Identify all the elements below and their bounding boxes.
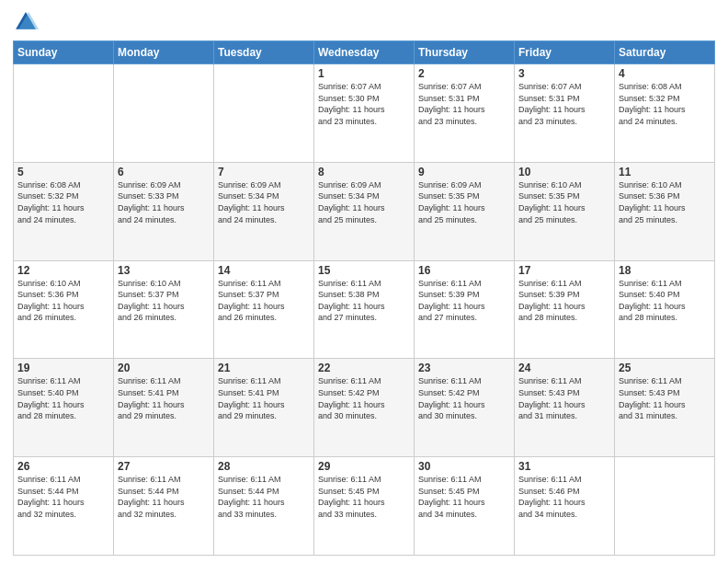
day-number: 29: [318, 460, 410, 473]
day-info: Sunrise: 6:10 AM Sunset: 5:35 PM Dayligh…: [518, 179, 610, 225]
calendar-cell: 13Sunrise: 6:10 AM Sunset: 5:37 PM Dayli…: [114, 260, 214, 359]
calendar-cell: 26Sunrise: 6:11 AM Sunset: 5:44 PM Dayli…: [14, 457, 114, 556]
calendar-cell: 4Sunrise: 6:08 AM Sunset: 5:32 PM Daylig…: [615, 64, 715, 163]
calendar-cell: [615, 457, 715, 556]
day-number: 16: [418, 264, 510, 277]
day-info: Sunrise: 6:11 AM Sunset: 5:43 PM Dayligh…: [518, 375, 610, 421]
calendar-week-row: 19Sunrise: 6:11 AM Sunset: 5:40 PM Dayli…: [14, 359, 715, 457]
calendar-cell: 10Sunrise: 6:10 AM Sunset: 5:35 PM Dayli…: [515, 162, 615, 260]
day-info: Sunrise: 6:11 AM Sunset: 5:44 PM Dayligh…: [118, 474, 210, 520]
day-number: 2: [418, 67, 510, 80]
day-info: Sunrise: 6:11 AM Sunset: 5:44 PM Dayligh…: [218, 474, 310, 520]
day-info: Sunrise: 6:09 AM Sunset: 5:34 PM Dayligh…: [318, 179, 410, 225]
day-info: Sunrise: 6:11 AM Sunset: 5:39 PM Dayligh…: [418, 278, 510, 324]
day-number: 13: [118, 264, 210, 277]
day-info: Sunrise: 6:11 AM Sunset: 5:41 PM Dayligh…: [118, 375, 210, 421]
day-number: 19: [17, 362, 109, 374]
calendar-table: SundayMondayTuesdayWednesdayThursdayFrid…: [13, 40, 715, 556]
calendar-cell: 12Sunrise: 6:10 AM Sunset: 5:36 PM Dayli…: [14, 260, 114, 359]
calendar-cell: 11Sunrise: 6:10 AM Sunset: 5:36 PM Dayli…: [615, 162, 715, 260]
day-info: Sunrise: 6:11 AM Sunset: 5:45 PM Dayligh…: [318, 474, 410, 520]
calendar-day-header: Thursday: [415, 41, 515, 64]
day-number: 15: [318, 264, 410, 277]
day-number: 12: [17, 264, 109, 277]
calendar-cell: 16Sunrise: 6:11 AM Sunset: 5:39 PM Dayli…: [415, 260, 515, 359]
calendar-week-row: 26Sunrise: 6:11 AM Sunset: 5:44 PM Dayli…: [14, 457, 715, 556]
calendar-cell: [214, 64, 314, 163]
calendar-cell: 23Sunrise: 6:11 AM Sunset: 5:42 PM Dayli…: [415, 359, 515, 457]
day-info: Sunrise: 6:11 AM Sunset: 5:46 PM Dayligh…: [518, 474, 610, 520]
day-number: 30: [418, 460, 510, 473]
day-number: 26: [17, 460, 109, 473]
day-info: Sunrise: 6:11 AM Sunset: 5:42 PM Dayligh…: [318, 375, 410, 421]
calendar-cell: 24Sunrise: 6:11 AM Sunset: 5:43 PM Dayli…: [515, 359, 615, 457]
calendar-week-row: 1Sunrise: 6:07 AM Sunset: 5:30 PM Daylig…: [14, 64, 715, 163]
day-info: Sunrise: 6:11 AM Sunset: 5:44 PM Dayligh…: [17, 474, 109, 520]
day-number: 6: [118, 166, 210, 178]
logo-icon: [13, 9, 39, 35]
calendar-cell: 28Sunrise: 6:11 AM Sunset: 5:44 PM Dayli…: [214, 457, 314, 556]
day-number: 20: [118, 362, 210, 374]
day-info: Sunrise: 6:11 AM Sunset: 5:39 PM Dayligh…: [518, 278, 610, 324]
day-info: Sunrise: 6:11 AM Sunset: 5:38 PM Dayligh…: [318, 278, 410, 324]
calendar-cell: 19Sunrise: 6:11 AM Sunset: 5:40 PM Dayli…: [14, 359, 114, 457]
calendar-cell: 9Sunrise: 6:09 AM Sunset: 5:35 PM Daylig…: [415, 162, 515, 260]
day-number: 9: [418, 166, 510, 178]
calendar-cell: 20Sunrise: 6:11 AM Sunset: 5:41 PM Dayli…: [114, 359, 214, 457]
calendar-cell: 5Sunrise: 6:08 AM Sunset: 5:32 PM Daylig…: [14, 162, 114, 260]
day-number: 1: [318, 67, 410, 80]
day-number: 31: [518, 460, 610, 473]
calendar-cell: 1Sunrise: 6:07 AM Sunset: 5:30 PM Daylig…: [314, 64, 415, 163]
calendar-cell: 2Sunrise: 6:07 AM Sunset: 5:31 PM Daylig…: [415, 64, 515, 163]
calendar-cell: 27Sunrise: 6:11 AM Sunset: 5:44 PM Dayli…: [114, 457, 214, 556]
calendar-week-row: 12Sunrise: 6:10 AM Sunset: 5:36 PM Dayli…: [14, 260, 715, 359]
day-number: 8: [318, 166, 410, 178]
header: [13, 9, 715, 35]
day-info: Sunrise: 6:11 AM Sunset: 5:45 PM Dayligh…: [418, 474, 510, 520]
day-number: 28: [218, 460, 310, 473]
calendar-cell: 7Sunrise: 6:09 AM Sunset: 5:34 PM Daylig…: [214, 162, 314, 260]
day-number: 24: [518, 362, 610, 374]
day-number: 14: [218, 264, 310, 277]
day-info: Sunrise: 6:10 AM Sunset: 5:36 PM Dayligh…: [17, 278, 109, 324]
day-info: Sunrise: 6:09 AM Sunset: 5:35 PM Dayligh…: [418, 179, 510, 225]
calendar-cell: 15Sunrise: 6:11 AM Sunset: 5:38 PM Dayli…: [314, 260, 415, 359]
day-info: Sunrise: 6:11 AM Sunset: 5:40 PM Dayligh…: [17, 375, 109, 421]
day-number: 27: [118, 460, 210, 473]
day-number: 22: [318, 362, 410, 374]
day-number: 18: [619, 264, 711, 277]
day-number: 4: [619, 67, 711, 80]
calendar-cell: [114, 64, 214, 163]
calendar-cell: 18Sunrise: 6:11 AM Sunset: 5:40 PM Dayli…: [615, 260, 715, 359]
day-number: 23: [418, 362, 510, 374]
day-info: Sunrise: 6:11 AM Sunset: 5:43 PM Dayligh…: [619, 375, 711, 421]
calendar-cell: 30Sunrise: 6:11 AM Sunset: 5:45 PM Dayli…: [415, 457, 515, 556]
page: SundayMondayTuesdayWednesdayThursdayFrid…: [0, 0, 728, 563]
day-info: Sunrise: 6:07 AM Sunset: 5:31 PM Dayligh…: [518, 81, 610, 127]
day-number: 11: [619, 166, 711, 178]
day-info: Sunrise: 6:11 AM Sunset: 5:40 PM Dayligh…: [619, 278, 711, 324]
calendar-day-header: Tuesday: [214, 41, 314, 64]
day-info: Sunrise: 6:07 AM Sunset: 5:31 PM Dayligh…: [418, 81, 510, 127]
calendar-week-row: 5Sunrise: 6:08 AM Sunset: 5:32 PM Daylig…: [14, 162, 715, 260]
day-info: Sunrise: 6:11 AM Sunset: 5:41 PM Dayligh…: [218, 375, 310, 421]
calendar-cell: 21Sunrise: 6:11 AM Sunset: 5:41 PM Dayli…: [214, 359, 314, 457]
day-info: Sunrise: 6:08 AM Sunset: 5:32 PM Dayligh…: [17, 179, 109, 225]
calendar-day-header: Friday: [515, 41, 615, 64]
day-info: Sunrise: 6:09 AM Sunset: 5:34 PM Dayligh…: [218, 179, 310, 225]
calendar-day-header: Sunday: [14, 41, 114, 64]
day-number: 25: [619, 362, 711, 374]
day-info: Sunrise: 6:07 AM Sunset: 5:30 PM Dayligh…: [318, 81, 410, 127]
day-info: Sunrise: 6:10 AM Sunset: 5:36 PM Dayligh…: [619, 179, 711, 225]
calendar-cell: 14Sunrise: 6:11 AM Sunset: 5:37 PM Dayli…: [214, 260, 314, 359]
day-number: 7: [218, 166, 310, 178]
calendar-cell: 25Sunrise: 6:11 AM Sunset: 5:43 PM Dayli…: [615, 359, 715, 457]
day-number: 17: [518, 264, 610, 277]
calendar-cell: 8Sunrise: 6:09 AM Sunset: 5:34 PM Daylig…: [314, 162, 415, 260]
logo: [13, 9, 40, 35]
calendar-cell: 22Sunrise: 6:11 AM Sunset: 5:42 PM Dayli…: [314, 359, 415, 457]
day-number: 21: [218, 362, 310, 374]
calendar-cell: 3Sunrise: 6:07 AM Sunset: 5:31 PM Daylig…: [515, 64, 615, 163]
day-info: Sunrise: 6:10 AM Sunset: 5:37 PM Dayligh…: [118, 278, 210, 324]
day-info: Sunrise: 6:11 AM Sunset: 5:37 PM Dayligh…: [218, 278, 310, 324]
